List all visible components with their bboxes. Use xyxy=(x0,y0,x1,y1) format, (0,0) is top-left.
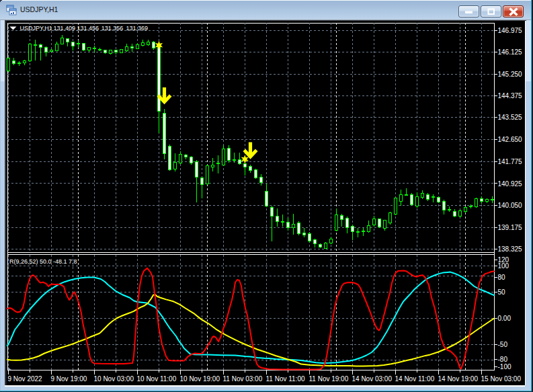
svg-text:142.650: 142.650 xyxy=(498,136,523,143)
svg-text:11 Nov 19:00: 11 Nov 19:00 xyxy=(309,375,349,383)
svg-text:131.409: 131.409 xyxy=(54,25,76,32)
svg-text:140.925: 140.925 xyxy=(498,180,523,188)
svg-text:141.775: 141.775 xyxy=(498,158,523,165)
svg-text:140.050: 140.050 xyxy=(498,202,523,209)
svg-text:0.00: 0.00 xyxy=(498,315,511,322)
svg-text:143.525: 143.525 xyxy=(498,114,523,121)
svg-text:80: 80 xyxy=(498,274,506,281)
svg-text:10 Nov 03:00: 10 Nov 03:00 xyxy=(94,375,134,383)
svg-text:144.375: 144.375 xyxy=(498,92,523,100)
svg-text:-80: -80 xyxy=(498,356,508,363)
svg-text:146.975: 146.975 xyxy=(498,27,523,34)
svg-text:-100: -100 xyxy=(498,363,511,370)
svg-text:-50: -50 xyxy=(498,341,508,348)
svg-text:50: 50 xyxy=(498,288,506,296)
svg-text:139.175: 139.175 xyxy=(498,224,523,231)
svg-text:145.250: 145.250 xyxy=(498,71,523,78)
svg-text:131.369: 131.369 xyxy=(126,25,149,32)
svg-text:11 Nov 11:00: 11 Nov 11:00 xyxy=(266,375,305,383)
svg-text:11 Nov 03:00: 11 Nov 03:00 xyxy=(223,375,263,383)
svg-text:15 Nov 03:00: 15 Nov 03:00 xyxy=(481,375,522,383)
svg-text:100: 100 xyxy=(498,262,509,270)
svg-text:131.356: 131.356 xyxy=(101,25,124,32)
svg-text:14 Nov 03:00: 14 Nov 03:00 xyxy=(352,375,393,383)
svg-text:10 Nov 11:00: 10 Nov 11:00 xyxy=(137,375,177,383)
svg-text:10 Nov 19:00: 10 Nov 19:00 xyxy=(180,375,220,383)
svg-text:9 Nov 2022: 9 Nov 2022 xyxy=(8,375,43,383)
svg-text:138.325: 138.325 xyxy=(498,245,523,253)
svg-text:14 Nov 11:00: 14 Nov 11:00 xyxy=(395,375,435,383)
svg-text:146.125: 146.125 xyxy=(498,48,523,56)
svg-text:USDJPY,H1: USDJPY,H1 xyxy=(20,25,52,32)
svg-text:9 Nov 19:00: 9 Nov 19:00 xyxy=(51,375,87,383)
svg-text:14 Nov 19:00: 14 Nov 19:00 xyxy=(438,375,479,383)
svg-text:131.456: 131.456 xyxy=(77,25,99,32)
svg-text:R(9,26,52) 50.0 -48.1 7.8: R(9,26,52) 50.0 -48.1 7.8 xyxy=(9,258,77,265)
